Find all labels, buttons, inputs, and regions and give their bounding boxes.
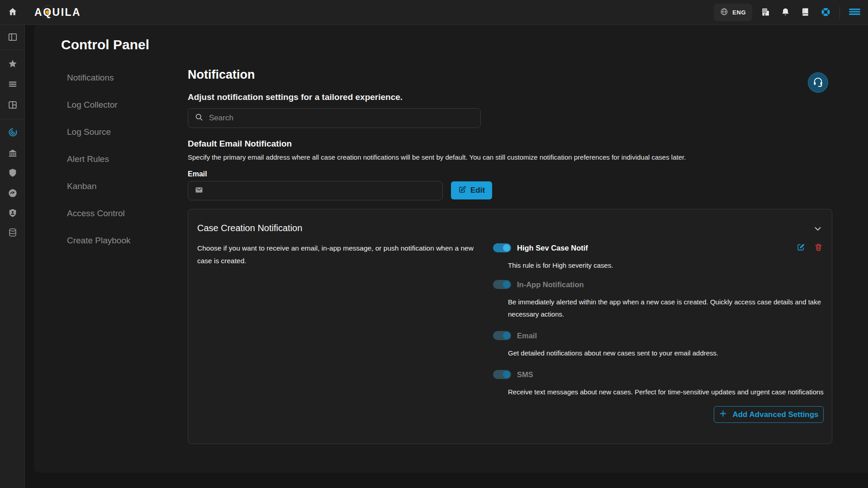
channel-email: Email Get detailed notifications about n… <box>493 331 824 359</box>
brand-q-mark: Q <box>43 6 52 19</box>
rule-edit-button[interactable] <box>796 242 806 254</box>
toggle-knob <box>503 332 510 339</box>
channel-description: Receive text messages about new cases. P… <box>508 386 827 398</box>
search-box <box>188 108 481 128</box>
rail-detection-button[interactable] <box>5 125 21 141</box>
email-box <box>188 181 443 200</box>
case-creation-card: Case Creation Notification Choose if you… <box>188 209 832 444</box>
main-menu-button[interactable] <box>847 5 863 20</box>
notification-settings: High Sev Case Notif This rule is for Hig… <box>493 237 824 423</box>
rail-shield-button[interactable] <box>5 165 21 181</box>
channel-description: Be immediately alerted within the app wh… <box>508 296 827 320</box>
organization-icon <box>761 7 770 18</box>
rail-favorites-button[interactable] <box>5 56 21 72</box>
home-icon <box>8 7 18 18</box>
rail-access-button[interactable] <box>5 205 21 222</box>
channel-in-app: In-App Notification Be immediately alert… <box>493 280 824 320</box>
channel-label: SMS <box>517 370 533 379</box>
topbar-divider <box>840 7 840 19</box>
gauge-icon <box>8 188 18 199</box>
menu-item-log-source[interactable]: Log Source <box>67 118 171 146</box>
channel-row: Email <box>493 331 824 340</box>
bell-icon <box>781 7 790 18</box>
star-icon <box>8 59 18 70</box>
menu-item-log-collector[interactable]: Log Collector <box>67 91 171 118</box>
rail-institution-button[interactable] <box>5 145 21 161</box>
menu-item-create-playbook[interactable]: Create Playbook <box>67 227 171 254</box>
channel-label: In-App Notification <box>517 280 584 289</box>
trash-icon <box>814 243 823 253</box>
menu-item-access-control[interactable]: Access Control <box>67 200 171 227</box>
toggle-knob <box>503 281 510 288</box>
add-row: Add Advanced Settings <box>493 406 824 423</box>
email-label: Email <box>188 170 207 178</box>
email-input[interactable] <box>204 187 442 195</box>
docs-button[interactable] <box>799 5 812 20</box>
card-description: Choose if you want to receive an email, … <box>197 242 487 267</box>
channel-row: In-App Notification <box>493 280 824 289</box>
side-panel-icon <box>8 32 18 43</box>
layout-grid-icon <box>8 100 18 111</box>
rail-list-button[interactable] <box>5 76 21 93</box>
rail-database-button[interactable] <box>5 225 21 241</box>
toggle-knob <box>503 244 510 251</box>
brand-logo: AQUILA <box>34 0 81 25</box>
page-title: Control Panel <box>61 37 149 52</box>
menu-item-notifications[interactable]: Notifications <box>67 64 171 91</box>
topbar: AQUILA ENG <box>0 0 868 25</box>
headset-icon <box>812 76 824 89</box>
rail-gauge-button[interactable] <box>5 185 21 202</box>
language-selector[interactable]: ENG <box>714 4 752 21</box>
default-email-title: Default Email Notification <box>188 139 292 149</box>
section-title: Notification <box>188 68 255 82</box>
toggle-knob <box>503 371 510 378</box>
assistant-fab[interactable] <box>808 72 828 93</box>
section-subtitle: Adjust notification settings for a tailo… <box>188 92 403 102</box>
rail-separator <box>0 119 24 119</box>
collapse-card-button[interactable] <box>812 223 824 236</box>
rule-row: High Sev Case Notif <box>493 242 824 254</box>
bank-icon <box>8 148 18 159</box>
search-icon <box>188 113 209 123</box>
language-label: ENG <box>732 9 746 16</box>
organization-button[interactable] <box>759 5 772 20</box>
support-button[interactable] <box>819 5 833 20</box>
email-toggle[interactable] <box>493 331 511 340</box>
book-icon <box>801 7 810 18</box>
topbar-actions: ENG <box>714 0 863 25</box>
channel-sms: SMS Receive text messages about new case… <box>493 370 824 398</box>
rail-separator <box>0 50 24 50</box>
rail-side-panel-button[interactable] <box>5 29 21 46</box>
menu-item-kanban[interactable]: Kanban <box>67 173 171 200</box>
rule-label: High Sev Case Notif <box>517 244 588 252</box>
menu-icon <box>849 7 861 18</box>
edit-email-button[interactable]: Edit <box>451 181 492 199</box>
edit-icon <box>797 243 805 253</box>
add-advanced-settings-label: Add Advanced Settings <box>732 410 818 419</box>
channel-description: Get detailed notifications about new cas… <box>508 347 827 359</box>
icon-rail <box>0 25 25 488</box>
menu-item-alert-rules[interactable]: Alert Rules <box>67 146 171 173</box>
search-input[interactable] <box>209 114 480 123</box>
default-email-description: Specify the primary email address where … <box>188 153 835 161</box>
rule-toggle[interactable] <box>493 243 511 252</box>
sms-toggle[interactable] <box>493 370 511 379</box>
settings-menu: Notifications Log Collector Log Source A… <box>67 64 171 254</box>
shield-icon <box>8 168 18 179</box>
edit-label: Edit <box>470 186 485 195</box>
channel-row: SMS <box>493 370 824 379</box>
target-icon <box>8 127 18 139</box>
mail-icon <box>188 185 204 196</box>
card-title: Case Creation Notification <box>197 223 302 233</box>
database-icon <box>8 227 18 239</box>
home-button[interactable] <box>5 5 20 20</box>
support-ring-icon <box>821 7 831 19</box>
add-advanced-settings-button[interactable]: Add Advanced Settings <box>714 406 824 423</box>
notifications-button[interactable] <box>779 5 792 20</box>
chevron-down-icon <box>813 228 823 235</box>
in-app-toggle[interactable] <box>493 280 511 289</box>
rule-delete-button[interactable] <box>813 242 824 254</box>
rail-layout-button[interactable] <box>5 97 21 114</box>
plus-icon <box>719 409 727 420</box>
app-root: AQUILA ENG <box>0 0 868 488</box>
